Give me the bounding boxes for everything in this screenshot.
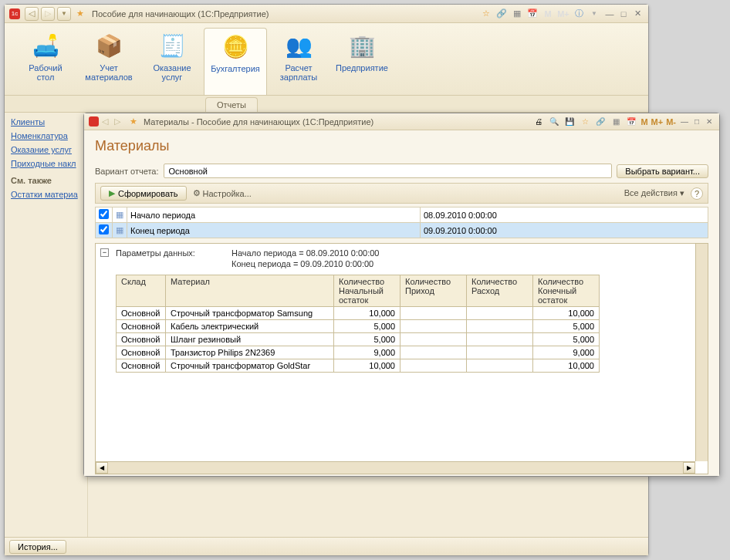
favorites-icon[interactable]: ☆: [480, 8, 492, 20]
calculator-icon[interactable]: ▦: [511, 8, 523, 20]
dropdown-icon[interactable]: ▼: [588, 8, 600, 20]
cell-end: 5,000: [533, 333, 600, 346]
favorites-icon[interactable]: ☆: [579, 116, 591, 128]
sidebar-link-services[interactable]: Оказание услуг: [11, 145, 81, 154]
close-button[interactable]: ✕: [704, 116, 715, 127]
m-button[interactable]: M: [640, 117, 647, 127]
cash-register-icon: 🧾: [156, 29, 188, 62]
period-end-checkbox[interactable]: [99, 224, 109, 234]
scroll-left-button[interactable]: ◀: [96, 462, 108, 474]
variant-input[interactable]: [164, 164, 613, 178]
main-footer: История...: [5, 537, 648, 555]
table-row[interactable]: ОсновнойКабель электрический5,0005,000: [117, 320, 600, 333]
params-title: Параметры данных:: [116, 248, 232, 258]
ribbon-accounting[interactable]: 🪙Бухгалтерия: [204, 28, 267, 95]
info-icon[interactable]: ⓘ: [573, 8, 585, 20]
period-label: Конец периода: [127, 223, 421, 238]
col-end[interactable]: Количество Конечный остаток: [533, 275, 600, 307]
col-in[interactable]: Количество Приход: [400, 275, 467, 307]
help-button[interactable]: ?: [691, 187, 703, 200]
cell-material: Кабель электрический: [166, 320, 334, 333]
m-button[interactable]: M: [542, 8, 554, 20]
ribbon-materials[interactable]: 📦Учет материалов: [77, 28, 140, 95]
table-row[interactable]: ОсновнойТранзистор Philips 2N23699,0009,…: [117, 346, 600, 359]
ribbon-desktop[interactable]: 🛋️Рабочий стол: [14, 28, 77, 95]
print-icon[interactable]: 🖨: [532, 116, 545, 128]
table-row[interactable]: ОсновнойСтрочный трансформатор GoldStar1…: [117, 359, 600, 373]
favorite-star-icon[interactable]: ★: [76, 8, 84, 19]
nav-back-button[interactable]: ◁: [102, 116, 113, 127]
settings-link[interactable]: ⚙Настройка...: [193, 188, 252, 198]
people-icon: 👥: [282, 29, 315, 62]
save-icon[interactable]: 💾: [563, 116, 576, 128]
generate-button[interactable]: ▶Сформировать: [100, 186, 187, 201]
period-value[interactable]: 09.09.2010 0:00:00: [421, 223, 708, 238]
sidebar-link-receipts[interactable]: Приходные накл: [11, 159, 81, 168]
link-icon[interactable]: 🔗: [594, 116, 607, 128]
table-row[interactable]: ОсновнойШланг резиновый5,0005,000: [117, 333, 600, 346]
all-actions-dropdown[interactable]: Все действия ▾: [624, 188, 684, 198]
calendar-icon[interactable]: ▦: [113, 207, 127, 223]
mplus-button[interactable]: M+: [557, 8, 569, 20]
cell-end: 10,000: [533, 307, 600, 320]
cell-start: 10,000: [334, 359, 400, 373]
cell-start: 9,000: [334, 346, 400, 359]
cell-warehouse: Основной: [117, 333, 166, 346]
minimize-button[interactable]: —: [679, 116, 690, 127]
maximize-button[interactable]: □: [691, 116, 702, 127]
vertical-scrollbar[interactable]: [695, 244, 708, 461]
report-content: Материалы Вариант отчета: Выбрать вариан…: [84, 130, 719, 476]
report-titlebar[interactable]: ◁ ▷ ★ Материалы - Пособие для начинающих…: [84, 113, 719, 130]
period-row-end[interactable]: ▦ Конец периода 09.09.2010 0:00:00: [96, 223, 708, 238]
calendar-icon[interactable]: 📅: [625, 116, 637, 128]
history-button[interactable]: История...: [9, 540, 66, 554]
link-icon[interactable]: 🔗: [495, 8, 508, 20]
nav-back-button[interactable]: ◁: [25, 7, 39, 21]
close-button[interactable]: ✕: [631, 8, 644, 20]
nav-forward-button[interactable]: ▷: [41, 7, 55, 21]
maximize-button[interactable]: □: [617, 8, 630, 20]
ribbon-payroll[interactable]: 👥Расчет зарплаты: [267, 28, 330, 95]
mminus-button[interactable]: M-: [666, 117, 676, 127]
col-out[interactable]: Количество Расход: [467, 275, 533, 307]
cell-material: Строчный трансформатор GoldStar: [166, 359, 334, 373]
cell-out: [467, 307, 533, 320]
cell-in: [400, 333, 467, 346]
building-icon: 🏢: [346, 29, 378, 62]
table-row[interactable]: ОсновнойСтрочный трансформатор Samsung10…: [117, 307, 600, 320]
subtabs: Отчеты: [5, 96, 648, 113]
horizontal-scrollbar[interactable]: ◀▶: [96, 461, 695, 474]
cell-warehouse: Основной: [117, 307, 166, 320]
sidebar-link-nomenclature[interactable]: Номенклатура: [11, 131, 81, 140]
cell-material: Транзистор Philips 2N2369: [166, 346, 334, 359]
param-line: Начало периода = 08.09.2010 0:00:00: [232, 248, 379, 258]
col-start[interactable]: Количество Начальный остаток: [334, 275, 400, 307]
calendar-icon[interactable]: ▦: [113, 223, 127, 238]
cell-out: [467, 346, 533, 359]
nav-forward-button[interactable]: ▷: [114, 116, 125, 127]
preview-icon[interactable]: 🔍: [548, 116, 560, 128]
ribbon-enterprise[interactable]: 🏢Предприятие: [330, 28, 394, 95]
period-value[interactable]: 08.09.2010 0:00:00: [421, 207, 708, 223]
choose-variant-button[interactable]: Выбрать вариант...: [617, 164, 708, 178]
favorite-star-icon[interactable]: ★: [130, 116, 137, 127]
period-start-checkbox[interactable]: [99, 209, 109, 219]
scroll-right-button[interactable]: ▶: [683, 462, 695, 474]
period-table: ▦ Начало периода 08.09.2010 0:00:00 ▦ Ко…: [95, 207, 708, 238]
period-row-start[interactable]: ▦ Начало периода 08.09.2010 0:00:00: [96, 207, 708, 223]
col-material[interactable]: Материал: [166, 275, 334, 307]
mplus-button[interactable]: M+: [651, 117, 664, 127]
tab-reports[interactable]: Отчеты: [205, 97, 258, 112]
nav-dropdown-button[interactable]: ▼: [57, 7, 71, 21]
minimize-button[interactable]: —: [603, 8, 616, 20]
calculator-icon[interactable]: ▦: [610, 116, 622, 128]
sidebar-section-header: См. также: [11, 176, 81, 185]
cell-end: 10,000: [533, 359, 600, 373]
sidebar-link-remains[interactable]: Остатки материа: [11, 190, 81, 199]
calendar-icon[interactable]: 📅: [526, 8, 539, 20]
report-title: Материалы: [95, 138, 708, 154]
collapse-button[interactable]: −: [100, 248, 109, 257]
sidebar-link-clients[interactable]: Клиенты: [11, 117, 81, 127]
col-warehouse[interactable]: Склад: [117, 275, 166, 307]
ribbon-services[interactable]: 🧾Оказание услуг: [140, 28, 204, 95]
